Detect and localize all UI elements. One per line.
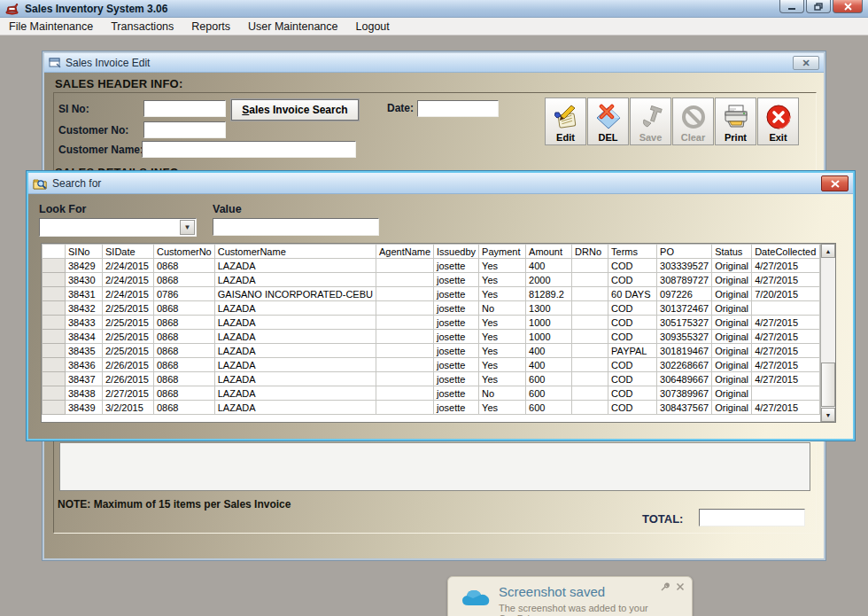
print-button[interactable]: Print <box>715 97 756 145</box>
table-cell[interactable]: 301819467 <box>657 344 712 358</box>
table-cell[interactable] <box>376 386 433 401</box>
table-cell[interactable]: Yes <box>479 287 526 301</box>
table-cell[interactable] <box>376 301 433 316</box>
table-cell[interactable]: 400 <box>526 358 572 372</box>
table-cell[interactable]: josette <box>434 330 479 344</box>
table-cell[interactable]: GAISANO INCORPORATED-CEBU <box>214 287 376 301</box>
table-cell[interactable] <box>752 301 820 316</box>
table-cell[interactable]: 0868 <box>154 386 215 401</box>
table-cell[interactable]: Yes <box>479 358 526 372</box>
table-cell[interactable]: 38432 <box>66 301 103 316</box>
table-cell[interactable]: 4/27/2015 <box>752 344 820 358</box>
restore-button[interactable] <box>806 0 831 13</box>
settings-wrench-icon[interactable] <box>660 582 670 592</box>
table-cell[interactable]: 2/24/2015 <box>103 273 154 287</box>
table-cell[interactable]: 400 <box>526 344 572 358</box>
table-row[interactable]: 384372/26/20150868LAZADAjosetteYes600COD… <box>43 372 820 386</box>
row-selector[interactable] <box>43 301 66 316</box>
invoice-dialog-titlebar[interactable]: Sales Invoice Edit ✕ <box>44 53 824 73</box>
row-selector[interactable] <box>43 316 66 330</box>
table-cell[interactable]: 600 <box>526 372 572 386</box>
table-cell[interactable]: LAZADA <box>214 273 376 287</box>
table-cell[interactable]: No <box>479 386 526 401</box>
table-cell[interactable]: 2/25/2015 <box>103 301 154 316</box>
table-cell[interactable]: Original <box>712 344 752 358</box>
table-cell[interactable]: 2/24/2015 <box>103 259 154 273</box>
table-cell[interactable]: Original <box>712 386 752 401</box>
menu-logout[interactable]: Logout <box>347 18 399 35</box>
table-cell[interactable] <box>376 401 433 415</box>
date-input[interactable] <box>417 100 499 117</box>
row-selector[interactable] <box>43 358 66 372</box>
table-cell[interactable] <box>376 287 433 301</box>
column-header[interactable]: SINo <box>66 245 103 259</box>
table-cell[interactable]: 4/27/2015 <box>752 372 820 386</box>
table-cell[interactable] <box>572 358 608 372</box>
table-cell[interactable]: 2/26/2015 <box>103 358 154 372</box>
table-cell[interactable]: 0868 <box>154 344 215 358</box>
table-cell[interactable]: 309355327 <box>657 330 712 344</box>
table-cell[interactable]: 1300 <box>526 301 572 316</box>
table-row[interactable]: 384393/2/20150868LAZADAjosetteYes600COD3… <box>43 401 820 415</box>
table-cell[interactable]: josette <box>434 301 479 316</box>
table-cell[interactable]: LAZADA <box>214 316 376 330</box>
table-cell[interactable]: 600 <box>526 386 572 401</box>
total-input[interactable] <box>699 509 805 526</box>
edit-button[interactable]: Edit <box>545 97 586 145</box>
table-cell[interactable]: 400 <box>526 259 572 273</box>
chevron-down-icon[interactable]: ▼ <box>180 220 195 235</box>
scrollbar-thumb[interactable] <box>821 363 835 407</box>
table-cell[interactable]: 7/20/2015 <box>752 287 820 301</box>
table-cell[interactable]: 4/27/2015 <box>752 330 820 344</box>
table-cell[interactable]: COD <box>608 316 657 330</box>
si-no-input[interactable] <box>143 100 226 117</box>
table-cell[interactable]: Yes <box>479 330 526 344</box>
toast-close-icon[interactable] <box>676 582 685 591</box>
table-cell[interactable]: 308789727 <box>657 273 712 287</box>
column-header[interactable] <box>43 245 66 259</box>
table-cell[interactable]: 38435 <box>66 344 103 358</box>
table-cell[interactable]: 38436 <box>66 358 103 372</box>
column-header[interactable]: AgentName <box>376 245 433 259</box>
table-cell[interactable]: josette <box>434 273 479 287</box>
table-cell[interactable]: COD <box>608 330 657 344</box>
table-cell[interactable] <box>376 316 433 330</box>
table-cell[interactable]: LAZADA <box>214 259 376 273</box>
column-header[interactable]: Status <box>712 245 752 259</box>
table-cell[interactable]: 2/27/2015 <box>103 386 154 401</box>
table-cell[interactable]: 2/25/2015 <box>103 344 154 358</box>
column-header[interactable]: PO <box>657 245 712 259</box>
table-cell[interactable]: Yes <box>479 259 526 273</box>
table-cell[interactable]: COD <box>608 401 657 415</box>
table-cell[interactable]: COD <box>608 259 657 273</box>
table-cell[interactable]: 38438 <box>66 386 103 401</box>
table-row[interactable]: 384322/25/20150868LAZADAjosetteNo1300COD… <box>43 301 820 316</box>
table-cell[interactable]: 38439 <box>66 401 103 415</box>
table-cell[interactable] <box>572 386 608 401</box>
table-cell[interactable]: 38431 <box>66 287 103 301</box>
column-header[interactable]: Amount <box>526 245 572 259</box>
menu-reports[interactable]: Reports <box>182 18 239 35</box>
table-row[interactable]: 384342/25/20150868LAZADAjosetteYes1000CO… <box>43 330 820 344</box>
table-cell[interactable]: 1000 <box>526 330 572 344</box>
menu-transactions[interactable]: Transactions <box>102 18 182 35</box>
table-row[interactable]: 384362/26/20150868LAZADAjosetteYes400COD… <box>43 358 820 372</box>
table-cell[interactable]: Yes <box>479 344 526 358</box>
table-cell[interactable]: Original <box>712 287 752 301</box>
table-cell[interactable]: 2000 <box>526 273 572 287</box>
column-header[interactable]: SIDate <box>103 245 154 259</box>
table-cell[interactable]: 2/24/2015 <box>103 287 154 301</box>
table-cell[interactable]: 2/26/2015 <box>103 372 154 386</box>
table-cell[interactable] <box>376 273 433 287</box>
table-cell[interactable]: josette <box>434 259 479 273</box>
value-input[interactable] <box>213 218 379 236</box>
table-row[interactable]: 384352/25/20150868LAZADAjosetteYes400PAY… <box>43 344 820 358</box>
column-header[interactable]: Terms <box>608 245 657 259</box>
table-cell[interactable]: 303339527 <box>657 259 712 273</box>
table-cell[interactable]: Original <box>712 316 752 330</box>
table-cell[interactable]: josette <box>434 287 479 301</box>
table-cell[interactable]: 4/27/2015 <box>752 401 820 415</box>
sales-invoice-search-button[interactable]: Sales Invoice Search <box>231 99 359 121</box>
screenshot-saved-toast[interactable]: Screenshot saved The screenshot was adde… <box>447 576 693 616</box>
table-cell[interactable]: Original <box>712 259 752 273</box>
